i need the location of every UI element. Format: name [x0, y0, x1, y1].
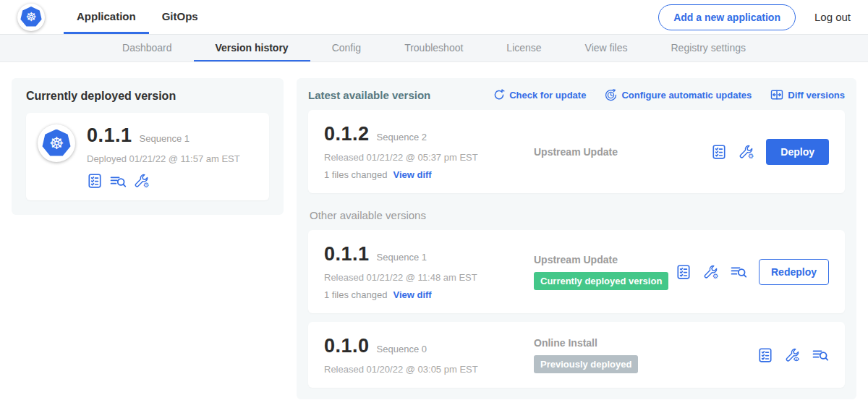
- check-for-update-link[interactable]: Check for update: [493, 89, 586, 101]
- version-source-label: Online Install: [534, 337, 757, 349]
- previously-deployed-badge: Previously deployed: [534, 355, 638, 373]
- release-notes-icon[interactable]: [676, 264, 692, 280]
- header-right: Add a new application Log out: [658, 0, 851, 34]
- version-number: 0.1.2: [324, 123, 370, 145]
- version-source-label: Upstream Update: [534, 146, 711, 158]
- view-diff-link[interactable]: View diff: [393, 169, 431, 180]
- tab-version-history[interactable]: Version history: [194, 35, 310, 61]
- schedule-update-icon: [605, 89, 617, 101]
- tab-dashboard[interactable]: Dashboard: [101, 35, 194, 61]
- tab-license[interactable]: License: [485, 35, 563, 61]
- version-card-0-1-0: 0.1.0 Sequence 0 Released 01/20/22 @ 03:…: [308, 322, 845, 388]
- other-versions-heading: Other available versions: [310, 209, 845, 221]
- released-date: Released 01/20/22 @ 03:05 pm EST: [324, 364, 534, 375]
- version-history-panel: Latest available version Check for updat…: [297, 78, 856, 399]
- view-diff-link[interactable]: View diff: [393, 289, 431, 300]
- svg-text:⚙: ⚙: [143, 181, 150, 189]
- deploy-button[interactable]: Deploy: [766, 139, 829, 165]
- top-nav: ☸ Application GitOps Add a new applicati…: [0, 0, 868, 35]
- tab-view-files[interactable]: View files: [563, 35, 650, 61]
- edit-config-icon[interactable]: ⚙: [703, 264, 719, 280]
- deployed-version-number: 0.1.1: [87, 124, 132, 147]
- sequence-label: Sequence 2: [377, 132, 427, 143]
- kubernetes-logo-icon: ☸: [17, 4, 45, 31]
- app-sub-nav: Dashboard Version history Config Trouble…: [0, 35, 868, 62]
- released-date: Released 01/21/22 @ 05:37 pm EST: [324, 152, 534, 163]
- released-date: Released 01/21/22 @ 11:48 am EST: [324, 272, 534, 283]
- deployed-date: Deployed 01/21/22 @ 11:57 am EST: [87, 153, 240, 164]
- redeploy-button[interactable]: Redeploy: [759, 259, 829, 285]
- deployed-sequence-label: Sequence 1: [140, 133, 190, 144]
- view-logs-icon[interactable]: [731, 264, 747, 279]
- latest-available-heading: Latest available version: [308, 89, 493, 101]
- view-logs-icon[interactable]: [812, 347, 829, 362]
- tab-troubleshoot[interactable]: Troubleshoot: [383, 35, 485, 61]
- app-icon: ☸: [38, 124, 75, 162]
- edit-config-icon[interactable]: ⚙: [739, 144, 754, 160]
- tab-application[interactable]: Application: [64, 0, 149, 34]
- diff-versions-link[interactable]: Diff versions: [770, 88, 845, 101]
- sequence-label: Sequence 1: [377, 252, 427, 263]
- view-config-icon[interactable]: [785, 347, 801, 363]
- version-card-0-1-2: 0.1.2 Sequence 2 Released 01/21/22 @ 05:…: [308, 110, 845, 193]
- version-number: 0.1.0: [324, 335, 370, 357]
- currently-deployed-badge: Currently deployed version: [534, 272, 668, 290]
- edit-config-icon[interactable]: ⚙: [134, 173, 150, 189]
- diff-icon: [770, 88, 783, 101]
- svg-text:⚙: ⚙: [712, 272, 719, 280]
- version-source-label: Upstream Update: [534, 254, 676, 265]
- header-tabs: Application GitOps: [64, 0, 211, 34]
- sequence-label: Sequence 0: [377, 344, 427, 354]
- configure-automatic-updates-link[interactable]: Configure automatic updates: [605, 89, 752, 101]
- deployed-version-card: ☸ 0.1.1 Sequence 1 Deployed 01/21/22 @ 1…: [26, 113, 269, 200]
- files-changed-label: 1 files changed: [324, 289, 387, 300]
- release-notes-icon[interactable]: [757, 347, 773, 363]
- currently-deployed-panel: Currently deployed version ☸ 0.1.1 Seque…: [12, 78, 284, 215]
- app-logo: ☸: [17, 0, 45, 34]
- deployed-panel-title: Currently deployed version: [26, 90, 269, 103]
- version-card-0-1-1: 0.1.1 Sequence 1 Released 01/21/22 @ 11:…: [308, 230, 845, 313]
- files-changed-label: 1 files changed: [324, 169, 387, 180]
- main-content: Currently deployed version ☸ 0.1.1 Seque…: [0, 62, 868, 408]
- tab-config[interactable]: Config: [310, 35, 383, 61]
- release-notes-icon[interactable]: [711, 144, 727, 160]
- refresh-icon: [493, 89, 505, 101]
- version-number: 0.1.1: [324, 243, 370, 265]
- tab-gitops[interactable]: GitOps: [149, 0, 211, 34]
- release-notes-icon[interactable]: [87, 173, 103, 189]
- view-logs-icon[interactable]: [110, 174, 127, 189]
- logout-button[interactable]: Log out: [814, 11, 851, 23]
- add-application-button[interactable]: Add a new application: [658, 4, 796, 30]
- svg-text:⚙: ⚙: [748, 152, 754, 160]
- tab-registry-settings[interactable]: Registry settings: [650, 35, 767, 61]
